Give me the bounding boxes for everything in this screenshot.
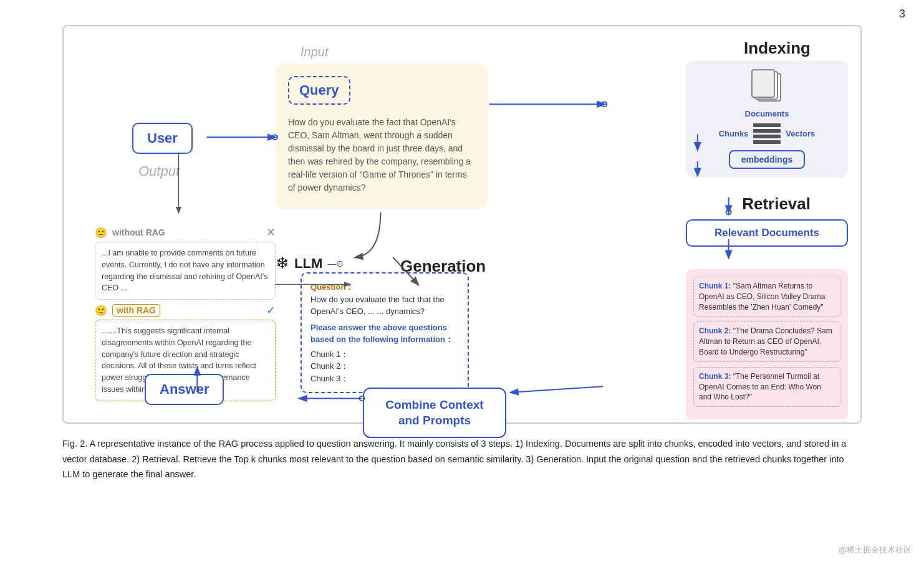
relevant-docs-box: Relevant Documents	[686, 219, 848, 247]
chunks-label: Chunks	[719, 129, 749, 138]
happy-face-icon: 🙂	[95, 305, 107, 317]
gen-question-text: How do you evaluate the fact that the Op…	[310, 293, 459, 318]
without-rag-header: 🙁 without RAG ✕	[95, 226, 276, 239]
indexing-section: Documents Chunks Vectors embeddings	[686, 60, 848, 178]
svg-line-9	[511, 386, 604, 393]
query-section: Query How do you evaluate the fact that …	[276, 64, 488, 209]
label-input: Input	[301, 45, 328, 59]
without-rag-title: without RAG	[112, 227, 165, 237]
chunk2-label: Chunk 2:	[699, 326, 731, 335]
x-icon: ✕	[266, 226, 276, 239]
figure-caption: Fig. 2. A representative instance of the…	[62, 436, 862, 482]
user-box: User	[132, 123, 193, 154]
chunk1-item: Chunk 1: "Sam Altman Returns to OpenAI a…	[693, 277, 840, 317]
vectors-icon	[753, 123, 781, 144]
llm-snowflake-icon: ❄	[276, 254, 289, 273]
relevant-docs-label: Relevant Documents	[698, 227, 835, 239]
main-diagram-container: Input Indexing Retrieval Generation Outp…	[62, 25, 862, 424]
check-icon: ✓	[266, 303, 276, 317]
llm-connector-icon: —⊙	[327, 259, 344, 269]
without-rag-box: ...I am unable to provide comments on fu…	[95, 242, 276, 300]
gen-question-label: Question：	[310, 281, 459, 293]
llm-box: ❄ LLM —⊙	[276, 254, 344, 273]
gen-instruction: Please answer the above questions based …	[310, 321, 459, 346]
generation-box: Question： How do you evaluate the fact t…	[301, 272, 469, 393]
documents-label: Documents	[745, 109, 789, 118]
chunks-section: Chunk 1: "Sam Altman Returns to OpenAI a…	[686, 269, 848, 419]
label-indexing: Indexing	[744, 39, 811, 58]
embeddings-box: embeddings	[729, 150, 805, 169]
chunk1-label: Chunk 1:	[699, 282, 731, 290]
query-text: How do you evaluate the fact that OpenAI…	[288, 116, 475, 194]
chunk3-item: Chunk 3: "The Personnel Turmoil at OpenA…	[693, 367, 840, 407]
query-label: Query	[299, 82, 339, 98]
gen-chunks: Chunk 1： Chunk 2： Chunk 3：	[310, 348, 459, 385]
with-rag-header: 🙂 with RAG ✓	[95, 303, 276, 317]
chunk2-item: Chunk 2: "The Drama Concludes? Sam Altma…	[693, 321, 840, 361]
page-number: 3	[899, 7, 905, 21]
with-rag-title: with RAG	[112, 304, 160, 317]
svg-point-3	[602, 102, 607, 107]
answer-box: Answer	[145, 374, 224, 405]
watermark: @稀土掘金技术社区	[839, 545, 912, 556]
combine-label: Combine Context and Prompts	[374, 398, 495, 428]
svg-point-7	[726, 210, 731, 215]
vectors-label: Vectors	[786, 129, 815, 138]
label-output: Output	[138, 163, 180, 179]
without-rag-outer: 🙁 without RAG ✕ ...I am unable to provid…	[95, 226, 276, 300]
sad-face-icon: 🙁	[95, 227, 107, 239]
label-retrieval: Retrieval	[742, 194, 811, 214]
llm-label: LLM	[294, 255, 322, 272]
combine-box: Combine Context and Prompts	[363, 388, 506, 438]
document-icon	[749, 69, 785, 105]
query-box: Query	[288, 76, 350, 105]
chunks-vectors-row: Chunks Vectors	[719, 123, 816, 144]
chunk3-label: Chunk 3:	[699, 372, 731, 381]
